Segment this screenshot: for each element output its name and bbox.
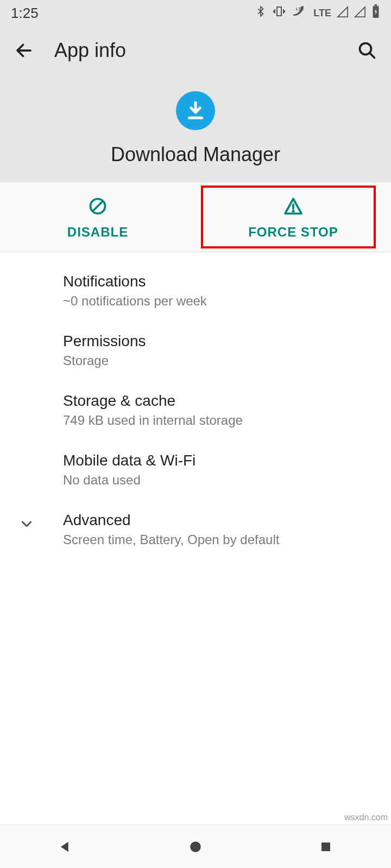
svg-rect-3 [375, 4, 377, 6]
setting-subtitle: Screen time, Battery, Open by default [63, 532, 375, 547]
settings-list: Notifications ~0 notifications per week … [0, 252, 391, 825]
force-stop-button[interactable]: FORCE STOP [195, 182, 391, 252]
nav-back-button[interactable] [43, 834, 87, 860]
setting-subtitle: Storage [63, 353, 375, 368]
header-region: App info Download Manager [0, 26, 391, 182]
setting-title: Mobile data & Wi-Fi [63, 452, 375, 469]
status-bar: 1:25 LTE LTE [0, 0, 391, 26]
setting-storage[interactable]: Storage & cache 749 kB used in internal … [0, 380, 391, 440]
setting-subtitle: No data used [63, 473, 375, 488]
bluetooth-icon [255, 4, 267, 23]
setting-notifications[interactable]: Notifications ~0 notifications per week [0, 261, 391, 321]
search-button[interactable] [354, 37, 380, 63]
disable-label: DISABLE [67, 225, 128, 240]
setting-permissions[interactable]: Permissions Storage [0, 321, 391, 380]
svg-text:LTE: LTE [296, 7, 304, 11]
setting-title: Advanced [63, 512, 375, 529]
square-recent-icon [319, 840, 332, 853]
volte-icon: LTE [292, 5, 308, 22]
lte-text: LTE [313, 8, 331, 19]
setting-title: Permissions [63, 333, 375, 350]
setting-data[interactable]: Mobile data & Wi-Fi No data used [0, 440, 391, 500]
svg-point-6 [292, 210, 294, 212]
triangle-back-icon [58, 839, 73, 854]
svg-rect-8 [321, 843, 330, 851]
app-name: Download Manager [111, 143, 280, 166]
nav-home-button[interactable] [174, 834, 217, 860]
signal-2-icon [354, 5, 366, 22]
setting-title: Storage & cache [63, 392, 375, 410]
setting-title: Notifications [63, 273, 375, 290]
disable-icon [88, 196, 108, 218]
nav-recent-button[interactable] [304, 834, 348, 860]
navigation-bar [0, 825, 391, 868]
force-stop-label: FORCE STOP [248, 225, 338, 240]
arrow-back-icon [14, 41, 34, 60]
svg-rect-0 [277, 7, 281, 16]
status-icons: LTE LTE [255, 4, 380, 23]
setting-advanced[interactable]: Advanced Screen time, Battery, Open by d… [0, 500, 391, 559]
battery-charging-icon [371, 4, 380, 22]
warning-icon [283, 196, 304, 218]
setting-subtitle: ~0 notifications per week [63, 293, 375, 309]
chevron-down-icon [18, 516, 35, 534]
search-icon [357, 41, 377, 60]
signal-1-icon [337, 5, 349, 22]
svg-point-7 [190, 841, 201, 852]
download-icon [185, 100, 206, 122]
page-title: App info [54, 39, 354, 62]
toolbar: App info [0, 26, 391, 75]
action-row: DISABLE FORCE STOP [0, 182, 391, 252]
app-hero: Download Manager [0, 75, 391, 166]
vibrate-icon [272, 5, 286, 22]
watermark: wsxdn.com [344, 813, 388, 822]
disable-button[interactable]: DISABLE [0, 182, 195, 252]
app-icon [176, 91, 215, 130]
circle-home-icon [188, 840, 203, 854]
setting-subtitle: 749 kB used in internal storage [63, 413, 375, 428]
back-button[interactable] [11, 37, 37, 63]
status-time: 1:25 [11, 5, 39, 22]
